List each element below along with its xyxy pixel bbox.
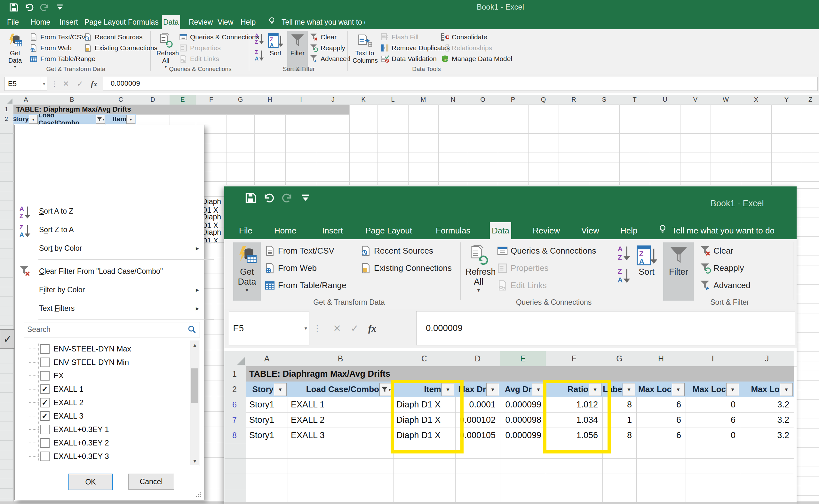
cancel-icon[interactable]: ✕ bbox=[333, 309, 341, 348]
column-header-N[interactable]: N bbox=[438, 95, 468, 105]
column-header-D[interactable]: D bbox=[136, 95, 170, 105]
redo-button[interactable] bbox=[281, 192, 295, 205]
select-all-corner[interactable] bbox=[0, 95, 14, 105]
save-button[interactable] bbox=[245, 192, 258, 205]
ribbon-item-recent-sources[interactable]: Recent Sources bbox=[360, 244, 433, 257]
column-header-X[interactable]: X bbox=[741, 95, 772, 105]
ribbon-item-advanced[interactable]: Advanced bbox=[310, 54, 350, 64]
undo-button[interactable] bbox=[263, 192, 276, 205]
ribbon-button-sort[interactable]: ZASort bbox=[266, 31, 285, 71]
table-cell[interactable]: 6 bbox=[636, 397, 681, 412]
column-header-H[interactable]: H bbox=[254, 95, 286, 105]
save-button[interactable] bbox=[9, 3, 20, 13]
ribbon-button-filter[interactable]: Filter bbox=[663, 242, 694, 301]
sort-z-to-a-icon[interactable]: ZA bbox=[617, 267, 630, 285]
column-header-D[interactable]: D bbox=[455, 351, 500, 366]
ribbon-item-from-table-range[interactable]: From Table/Range bbox=[264, 279, 346, 292]
ribbon-item-from-text-csv[interactable]: From Text/CSV bbox=[29, 32, 86, 42]
menu-item-sort-a-to-z[interactable]: AZSort A to Z bbox=[15, 202, 203, 220]
checkbox-unchecked[interactable] bbox=[40, 371, 50, 381]
menu-item-filter-by-color[interactable]: Filter by Color▸ bbox=[15, 280, 203, 299]
sort-z-to-a-icon[interactable]: ZA bbox=[254, 49, 264, 62]
ribbon-item-queries-connections[interactable]: Queries & Connections bbox=[497, 244, 596, 257]
column-header-F[interactable]: F bbox=[196, 95, 227, 105]
column-header-Q[interactable]: Q bbox=[528, 95, 559, 105]
redo-button[interactable] bbox=[40, 3, 51, 13]
table-cell[interactable]: 6 bbox=[686, 412, 736, 428]
ribbon-item-consolidate[interactable]: Consolidate bbox=[441, 32, 487, 42]
checkbox-unchecked[interactable] bbox=[40, 358, 50, 367]
column-header-C[interactable]: C bbox=[106, 95, 136, 105]
table-cell[interactable]: 6 bbox=[636, 412, 681, 428]
table-cell[interactable]: 0.000099 bbox=[500, 397, 541, 412]
formula-field-box[interactable] bbox=[416, 311, 795, 345]
ribbon-button-sort[interactable]: ZASort bbox=[634, 242, 659, 301]
table-cell[interactable]: EXALL 3 bbox=[291, 428, 392, 443]
column-header-F[interactable]: F bbox=[546, 351, 603, 366]
customize-toolbar-button[interactable] bbox=[300, 192, 313, 205]
column-header-H[interactable]: H bbox=[636, 351, 686, 366]
tab-review[interactable]: Review bbox=[187, 15, 214, 29]
column-header-G[interactable]: G bbox=[226, 95, 255, 105]
checklist-item-env-steel-dyn-max[interactable]: ENV-STEEL-DYN Max bbox=[27, 342, 186, 356]
filter-dropdown-button[interactable]: ▾ bbox=[274, 383, 287, 396]
filter-applied-button[interactable]: ▾ bbox=[379, 383, 392, 396]
tab-home[interactable]: Home bbox=[29, 15, 51, 29]
table-cell[interactable]: EXALL 2 bbox=[291, 412, 392, 428]
row-number[interactable]: 7 bbox=[224, 412, 245, 428]
column-header-U[interactable]: U bbox=[650, 95, 681, 105]
checklist-item-exall-2[interactable]: ✓EXALL 2 bbox=[27, 396, 186, 409]
ribbon-item-clear[interactable]: Clear bbox=[310, 32, 336, 42]
column-header-Y[interactable]: Y bbox=[771, 95, 802, 105]
column-header-I[interactable]: I bbox=[285, 95, 317, 105]
scroll-down-icon[interactable]: ▼ bbox=[190, 456, 199, 465]
column-header-K[interactable]: K bbox=[349, 95, 378, 105]
tellme-box[interactable]: Tell me what you want to do bbox=[672, 222, 774, 239]
checkbox-checked[interactable]: ✓ bbox=[40, 411, 50, 421]
ribbon-item-from-text-csv[interactable]: From Text/CSV bbox=[264, 244, 334, 257]
checklist-item-env-steel-dyn-min[interactable]: ENV-STEEL-DYN Min bbox=[27, 356, 186, 369]
tab-insert[interactable]: Insert bbox=[320, 222, 345, 239]
column-header-E[interactable]: E bbox=[169, 95, 196, 106]
column-header-J[interactable]: J bbox=[740, 351, 794, 366]
tab-formulas[interactable]: Formulas bbox=[434, 222, 472, 239]
ribbon-item-from-table-range[interactable]: From Table/Range bbox=[29, 54, 95, 64]
tab-data[interactable]: Data bbox=[490, 222, 511, 239]
cancel-icon[interactable]: ✕ bbox=[63, 74, 69, 93]
ribbon-item-from-web[interactable]: From Web bbox=[29, 43, 72, 53]
formula-field-box[interactable] bbox=[103, 77, 818, 91]
ribbon-item-manage-data-model[interactable]: 123Manage Data Model bbox=[441, 54, 512, 64]
table-cell[interactable]: 0.000098 bbox=[500, 412, 541, 428]
checklist-item-exall-0-3ey-3[interactable]: EXALL+0.3EY 3 bbox=[27, 450, 186, 463]
column-header-O[interactable]: O bbox=[468, 95, 498, 105]
ok-button[interactable]: OK bbox=[68, 474, 113, 490]
table-cell[interactable]: 0 bbox=[686, 428, 736, 443]
tab-page-layout[interactable]: Page Layout bbox=[83, 15, 127, 29]
cancel-button[interactable]: Cancel bbox=[128, 474, 174, 490]
menu-item-sort-z-to-a[interactable]: ZASort Z to A bbox=[15, 220, 203, 239]
sort-a-to-z-icon[interactable]: AZ bbox=[617, 244, 630, 262]
tab-view[interactable]: View bbox=[579, 222, 601, 239]
table-cell[interactable]: 6 bbox=[636, 428, 681, 443]
column-header-E[interactable]: E bbox=[500, 351, 546, 367]
column-header-T[interactable]: T bbox=[619, 95, 650, 105]
stray-checkmark-box[interactable]: ✓ bbox=[0, 329, 15, 349]
column-header-W[interactable]: W bbox=[711, 95, 741, 105]
tab-file[interactable]: File bbox=[6, 15, 20, 29]
ribbon-item-reapply[interactable]: Reapply bbox=[700, 262, 744, 275]
scroll-up-icon[interactable]: ▲ bbox=[190, 340, 199, 349]
tab-formulas[interactable]: Formulas bbox=[127, 15, 160, 29]
ribbon-item-recent-sources[interactable]: Recent Sources bbox=[84, 32, 142, 42]
customize-toolbar-button[interactable] bbox=[55, 3, 66, 13]
tab-file[interactable]: File bbox=[237, 222, 254, 239]
menu-item-sort-by-color[interactable]: Sort by Color▸ bbox=[15, 239, 203, 257]
filter-dropdown-button[interactable]: ▾ bbox=[780, 383, 793, 396]
column-header-B[interactable]: B bbox=[287, 351, 393, 366]
table-cell[interactable]: 3.2 bbox=[740, 397, 789, 412]
tab-review[interactable]: Review bbox=[531, 222, 562, 239]
cell-fragment[interactable]: Diaph D1 X bbox=[202, 199, 223, 213]
ribbon-item-existing-connections[interactable]: Existing Connections bbox=[84, 43, 157, 53]
resize-grip[interactable] bbox=[194, 492, 202, 498]
checklist-item-ex[interactable]: EX bbox=[27, 369, 186, 382]
column-header-S[interactable]: S bbox=[589, 95, 620, 105]
